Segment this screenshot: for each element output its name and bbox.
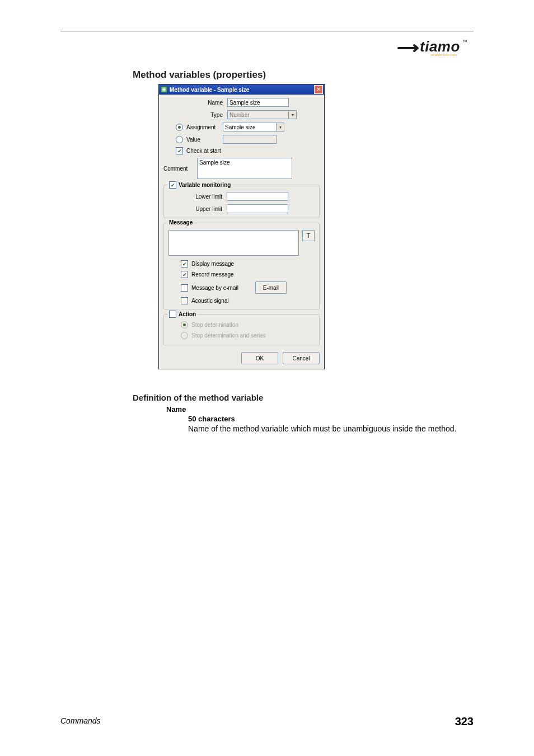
value-radio[interactable] [176,136,183,143]
definition-name-label: Name [166,405,186,414]
type-select-value: Number [227,110,289,119]
logo-text: tiamo [420,38,460,55]
chevron-down-icon: ▾ [277,123,284,132]
message-group: Message T Display message Record message… [163,223,320,309]
message-textarea[interactable] [168,230,299,256]
heading-definition: Definition of the method variable [133,393,263,402]
label-assignment: Assignment [186,124,216,130]
upper-limit-input[interactable] [227,204,288,213]
variable-monitoring-group: Variable monitoring Lower limit Upper li… [163,185,320,218]
assignment-radio[interactable] [176,124,183,131]
comment-textarea[interactable]: Sample size [197,158,292,179]
name-input[interactable]: Sample size [227,98,289,107]
label-variable-monitoring: Variable monitoring [179,182,231,188]
definition-constraint: 50 characters [188,415,235,423]
label-message: Message [169,219,193,226]
stop-determination-radio[interactable] [181,321,188,328]
dialog-titlebar[interactable]: Method variable - Sample size ✕ [159,84,324,95]
acoustic-signal-checkbox[interactable] [181,297,188,304]
footer-section: Commands [60,716,101,725]
label-action: Action [179,311,196,317]
footer-page-number: 323 [455,715,474,728]
label-name: Name [163,100,227,106]
dialog-app-icon [161,86,167,93]
email-button[interactable]: E-mail [255,281,287,294]
label-record-message: Record message [191,271,234,278]
display-message-checkbox[interactable] [181,260,188,267]
assignment-select-value: Sample size [223,123,277,132]
cancel-button[interactable]: Cancel [283,352,320,364]
logo: tiamo ™ titration and more [395,37,474,59]
label-comment: Comment [163,158,197,172]
assignment-select[interactable]: Sample size ▾ [223,123,284,132]
label-type: Type [163,112,227,118]
check-at-start-checkbox[interactable] [176,147,183,154]
label-lower-limit: Lower limit [168,194,227,200]
label-upper-limit: Upper limit [168,206,227,212]
type-select[interactable]: Number ▾ [227,110,297,119]
label-message-by-email: Message by e-mail [191,285,238,291]
variable-monitoring-checkbox[interactable] [169,181,176,189]
dialog-title: Method variable - Sample size [170,87,249,93]
header-rule [60,31,474,31]
logo-tm: ™ [462,39,467,45]
label-acoustic-signal: Acoustic signal [191,298,229,304]
stop-determination-series-radio[interactable] [181,332,188,339]
ok-button[interactable]: OK [241,352,278,364]
value-input[interactable] [223,135,277,144]
label-stop-determination-series: Stop determination and series [191,332,266,339]
label-display-message: Display message [191,261,234,267]
method-variable-dialog: Method variable - Sample size ✕ Name Sam… [158,84,325,369]
action-checkbox[interactable] [169,311,176,318]
message-by-email-checkbox[interactable] [181,284,188,292]
close-icon[interactable]: ✕ [314,85,323,94]
logo-tagline: titration and more [431,53,457,57]
label-stop-determination: Stop determination [191,322,238,328]
record-message-checkbox[interactable] [181,271,188,278]
label-value: Value [186,137,200,143]
chevron-down-icon: ▾ [289,110,297,119]
definition-text: Name of the method variable which must b… [188,424,474,434]
label-check-at-start: Check at start [186,148,221,154]
heading-method-variables-properties: Method variables (properties) [133,69,266,81]
t-button[interactable]: T [302,230,315,241]
action-group: Action Stop determination Stop determina… [163,314,320,345]
lower-limit-input[interactable] [227,192,288,201]
